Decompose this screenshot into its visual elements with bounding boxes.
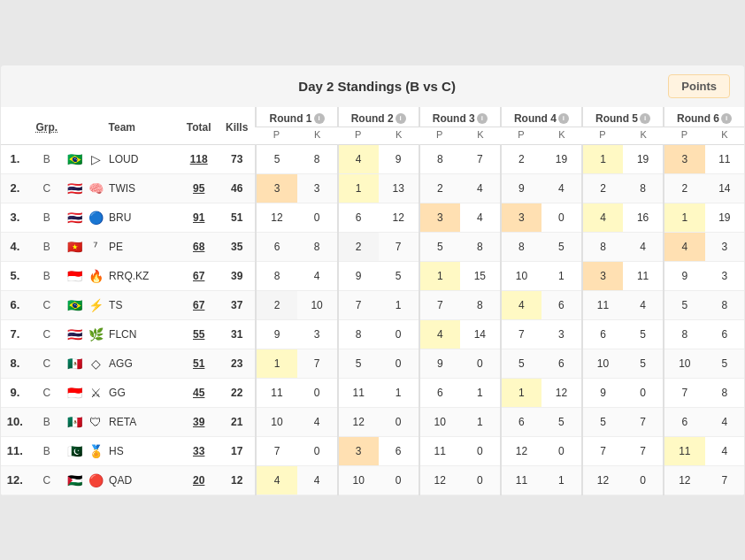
table-row: 6. C 🇧🇷 ⚡ TS 67 37 2 107 17 84 611 45 8 — [1, 290, 744, 319]
r4k-cell: 5 — [541, 232, 582, 261]
grp-cell: C — [29, 290, 65, 319]
team-cell: 🇮🇩 🔥 RRQ.KZ — [65, 261, 179, 290]
round2-info-icon[interactable]: i — [396, 113, 406, 124]
round3-info-icon[interactable]: i — [477, 113, 488, 124]
team-logo: ⚔ — [86, 383, 105, 403]
rank-cell: 8. — [1, 349, 29, 378]
r1k-cell: 0 — [297, 436, 338, 465]
table-row: 7. C 🇹🇭 🌿 FLCN 55 31 9 38 04 147 36 58 6 — [1, 319, 744, 349]
team-logo: 🔥 — [86, 266, 105, 286]
r6k-cell: 5 — [705, 349, 744, 378]
total-cell: 39 — [179, 407, 218, 436]
r4k-cell: 0 — [541, 203, 582, 232]
team-name: RRQ.KZ — [109, 270, 149, 282]
flag-icon: 🇧🇷 — [67, 152, 82, 166]
r1p-cell: 7 — [256, 436, 296, 465]
r6p-cell: 10 — [664, 349, 705, 378]
r5k-cell: 5 — [623, 319, 664, 349]
r6k-cell: 8 — [705, 378, 744, 407]
table-row: 2. C 🇹🇭 🧠 TWIS 95 46 3 31 132 49 42 82 1… — [1, 173, 744, 203]
r3k-cell: 14 — [460, 319, 501, 349]
r3k-cell: 7 — [460, 144, 501, 173]
total-cell: 91 — [179, 203, 218, 232]
rank-cell: 5. — [1, 261, 29, 290]
r6p-cell: 9 — [664, 261, 705, 290]
r1p-cell: 11 — [256, 378, 296, 407]
team-logo: 🌿 — [86, 325, 105, 344]
r4p-cell: 8 — [501, 232, 541, 261]
round3-header: Round 3i — [419, 107, 501, 127]
r4k-cell: 6 — [541, 349, 582, 378]
r4k-cell: 0 — [541, 436, 582, 465]
grp-cell: C — [29, 465, 65, 495]
r5k-cell: 4 — [623, 232, 664, 261]
flag-icon: 🇹🇭 — [67, 181, 82, 196]
team-name: BRU — [109, 211, 131, 224]
kills-cell: 23 — [219, 349, 257, 378]
round6-info-icon[interactable]: i — [721, 113, 732, 124]
round5-info-icon[interactable]: i — [640, 113, 650, 124]
r2p-header: P — [338, 127, 379, 144]
grp-cell: B — [29, 436, 65, 465]
r3p-cell: 4 — [419, 319, 460, 349]
team-cell: 🇹🇭 🧠 TWIS — [65, 173, 179, 203]
total-col-header: Total — [179, 107, 218, 145]
rank-cell: 7. — [1, 319, 29, 349]
r1k-cell: 0 — [297, 203, 338, 232]
r1p-header: P — [256, 127, 296, 144]
team-cell: 🇹🇭 🔵 BRU — [65, 203, 179, 232]
rank-cell: 12. — [1, 465, 29, 495]
rank-cell: 1. — [1, 144, 29, 173]
r5p-cell: 9 — [582, 378, 623, 407]
grp-cell: B — [29, 232, 65, 261]
table-row: 5. B 🇮🇩 🔥 RRQ.KZ 67 39 8 49 51 1510 13 1… — [1, 261, 744, 290]
grp-cell: C — [29, 378, 65, 407]
r6k-cell: 4 — [705, 407, 744, 436]
flag-icon: 🇮🇩 — [67, 386, 82, 400]
r3k-cell: 0 — [460, 465, 501, 495]
r1k-cell: 4 — [297, 465, 338, 495]
r5p-cell: 12 — [582, 465, 623, 495]
r4k-cell: 3 — [541, 319, 582, 349]
round1-info-icon[interactable]: i — [314, 113, 325, 124]
r4p-cell: 9 — [501, 173, 541, 203]
r6k-cell: 3 — [705, 261, 744, 290]
rank-cell: 6. — [1, 290, 29, 319]
r5p-cell: 5 — [582, 407, 623, 436]
r2k-cell: 1 — [379, 290, 419, 319]
r5k-cell: 8 — [623, 173, 664, 203]
table-row: 3. B 🇹🇭 🔵 BRU 91 51 12 06 123 43 04 161 … — [1, 203, 744, 232]
r6p-cell: 6 — [664, 407, 705, 436]
team-logo: ▷ — [86, 150, 105, 169]
grp-cell: C — [29, 349, 65, 378]
rank-cell: 10. — [1, 407, 29, 436]
r1k-cell: 10 — [297, 290, 338, 319]
kills-cell: 31 — [219, 319, 257, 349]
r6k-cell: 14 — [705, 173, 744, 203]
r4k-cell: 4 — [541, 173, 582, 203]
team-name: GG — [109, 387, 126, 399]
r2k-cell: 6 — [379, 436, 419, 465]
r6k-cell: 3 — [705, 232, 744, 261]
r1k-cell: 4 — [297, 261, 338, 290]
total-cell: 20 — [179, 465, 218, 495]
r3k-cell: 4 — [460, 173, 501, 203]
r3p-cell: 7 — [419, 290, 460, 319]
round4-info-icon[interactable]: i — [558, 113, 569, 124]
kills-cell: 17 — [219, 436, 257, 465]
r6p-cell: 11 — [664, 436, 705, 465]
r6k-cell: 8 — [705, 290, 744, 319]
r1k-cell: 0 — [297, 378, 338, 407]
r1p-cell: 8 — [256, 261, 296, 290]
team-cell: 🇹🇭 🌿 FLCN — [65, 319, 179, 349]
r4p-cell: 11 — [501, 465, 541, 495]
r3k-cell: 0 — [460, 436, 501, 465]
r4k-header: K — [541, 127, 582, 144]
r4p-cell: 4 — [501, 290, 541, 319]
round5-header: Round 5i — [582, 107, 664, 127]
r2k-cell: 0 — [379, 319, 419, 349]
r4p-cell: 2 — [501, 144, 541, 173]
r5p-cell: 1 — [582, 144, 623, 173]
r4k-cell: 19 — [541, 144, 582, 173]
r4p-cell: 5 — [501, 349, 541, 378]
